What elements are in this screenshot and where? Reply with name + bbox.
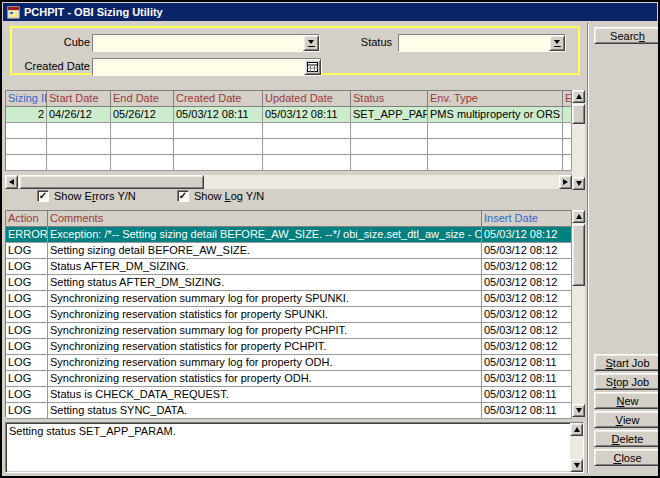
column-header-created-date[interactable]: Created Date — [174, 91, 263, 107]
cell-comments: Synchronizing reservation summary log fo… — [48, 355, 482, 371]
cell-action: LOG — [6, 243, 48, 259]
status-input[interactable] — [399, 35, 549, 51]
cell-action: LOG — [6, 275, 48, 291]
log-table-row[interactable]: LOG Setting status SYNC_DATA. 05/03/12 0… — [6, 403, 572, 419]
cell-partial — [563, 107, 572, 123]
sizing-table-row-selected[interactable]: 2 04/26/12 05/26/12 05/03/12 08:11 05/03… — [6, 107, 572, 123]
created-date-field[interactable] — [92, 58, 322, 76]
cell-insert-date: 05/03/12 08:11 — [482, 403, 572, 419]
close-button[interactable]: Close — [594, 449, 660, 466]
cell-insert-date: 05/03/12 08:12 — [482, 243, 572, 259]
cube-label: Cube — [24, 36, 90, 48]
filter-checkbox-row: ✓ Show Errors Y/N ✓ Show Log Y/N — [2, 190, 586, 205]
log-table-header: Action Comments Insert Date — [6, 211, 572, 227]
log-table-row[interactable]: LOG Synchronizing reservation summary lo… — [6, 323, 572, 339]
created-date-calendar-button[interactable] — [304, 59, 321, 75]
checkbox-box[interactable]: ✓ — [177, 190, 189, 202]
column-header-sizing-id[interactable]: Sizing ID — [6, 91, 47, 107]
sizing-table-empty-row[interactable] — [6, 139, 572, 155]
column-header-action[interactable]: Action — [6, 211, 48, 227]
sizing-table-vertical-scrollbar[interactable] — [572, 90, 585, 190]
scroll-right-button[interactable] — [559, 175, 572, 189]
scroll-down-button[interactable] — [572, 177, 585, 190]
column-header-env-type[interactable]: Env. Type — [428, 91, 563, 107]
status-dropdown-button[interactable] — [549, 35, 565, 51]
column-header-status[interactable]: Status — [351, 91, 428, 107]
cell-start-date: 04/26/12 — [47, 107, 111, 123]
cell-created-date: 05/03/12 08:11 — [174, 107, 263, 123]
show-errors-label: Show Errors Y/N — [54, 190, 136, 202]
scroll-up-button[interactable] — [572, 210, 585, 223]
status-combobox[interactable] — [398, 34, 566, 52]
delete-button[interactable]: Delete — [594, 430, 660, 447]
log-table-row[interactable]: LOG Status AFTER_DM_SIZING. 05/03/12 08:… — [6, 259, 572, 275]
cell-comments: Synchronizing reservation summary log fo… — [48, 291, 482, 307]
window-title: PCHPIT - OBI Sizing Utility — [24, 6, 163, 18]
scroll-down-button[interactable] — [572, 404, 585, 417]
column-header-end-date[interactable]: End Date — [111, 91, 174, 107]
search-criteria-panel: Cube Status Created Date — [10, 26, 580, 75]
search-button[interactable]: Search — [594, 27, 660, 44]
cell-comments: Setting status SYNC_DATA. — [48, 403, 482, 419]
created-date-label: Created Date — [12, 60, 90, 72]
column-header-start-date[interactable]: Start Date — [47, 91, 111, 107]
cell-comments: Synchronizing reservation statistics for… — [48, 307, 482, 323]
log-table-row[interactable]: LOG Setting sizing detail BEFORE_AW_SIZE… — [6, 243, 572, 259]
status-message-text: Setting status SET_APP_PARAM. — [9, 425, 567, 437]
cell-insert-date: 05/03/12 08:12 — [482, 275, 572, 291]
arrow-right-icon — [563, 179, 568, 185]
log-table-vertical-scrollbar[interactable] — [572, 210, 585, 417]
cell-insert-date: 05/03/12 08:12 — [482, 227, 572, 243]
stop-job-button[interactable]: Stop Job — [594, 373, 660, 390]
created-date-input[interactable] — [93, 59, 304, 75]
column-header-comments[interactable]: Comments — [48, 211, 482, 227]
log-table-row[interactable]: LOG Synchronizing reservation summary lo… — [6, 291, 572, 307]
column-header-insert-date[interactable]: Insert Date — [482, 211, 572, 227]
scroll-left-button[interactable] — [5, 175, 18, 189]
show-log-checkbox[interactable]: ✓ Show Log Y/N — [177, 190, 264, 202]
sizing-table: Sizing ID Start Date End Date Created Da… — [5, 90, 572, 171]
start-job-button[interactable]: Start Job — [594, 354, 660, 371]
scrollbar-thumb[interactable] — [19, 175, 204, 189]
sizing-table-empty-row[interactable] — [6, 155, 572, 171]
cell-action: LOG — [6, 371, 48, 387]
cell-sizing-id: 2 — [6, 107, 47, 123]
scrollbar-thumb[interactable] — [572, 104, 585, 124]
new-button[interactable]: New — [594, 392, 660, 409]
cube-combobox[interactable] — [92, 34, 320, 52]
sizing-table-empty-row[interactable] — [6, 123, 572, 139]
cell-action: LOG — [6, 323, 48, 339]
scrollbar-thumb[interactable] — [572, 224, 585, 286]
cell-env-type: PMS multiproperty or ORS with only i — [428, 107, 563, 123]
scroll-down-button[interactable] — [570, 459, 583, 472]
column-header-updated-date[interactable]: Updated Date — [263, 91, 351, 107]
scroll-up-button[interactable] — [572, 90, 585, 103]
column-header-partial[interactable]: E — [563, 91, 572, 107]
cell-action: LOG — [6, 307, 48, 323]
log-table-row[interactable]: LOG Synchronizing reservation statistics… — [6, 339, 572, 355]
cell-end-date: 05/26/12 — [111, 107, 174, 123]
show-errors-checkbox[interactable]: ✓ Show Errors Y/N — [37, 190, 136, 202]
checkmark-icon: ✓ — [39, 191, 47, 201]
sizing-table-header: Sizing ID Start Date End Date Created Da… — [6, 91, 572, 107]
checkbox-box[interactable]: ✓ — [37, 190, 49, 202]
log-table-row-error[interactable]: ERROR Exception: /*-- Setting sizing det… — [6, 227, 572, 243]
message-vertical-scrollbar[interactable] — [570, 423, 583, 472]
calendar-icon — [307, 62, 318, 72]
log-table-row[interactable]: LOG Synchronizing reservation statistics… — [6, 307, 572, 323]
cell-comments: Synchronizing reservation statistics for… — [48, 371, 482, 387]
scroll-up-button[interactable] — [570, 423, 583, 436]
status-message-area[interactable]: Setting status SET_APP_PARAM. — [5, 422, 584, 473]
log-table-row[interactable]: LOG Status is CHECK_DATA_REQUEST. 05/03/… — [6, 387, 572, 403]
log-table-row[interactable]: LOG Setting status AFTER_DM_SIZING. 05/0… — [6, 275, 572, 291]
cell-action: LOG — [6, 339, 48, 355]
log-table-row[interactable]: LOG Synchronizing reservation summary lo… — [6, 355, 572, 371]
cell-action: ERROR — [6, 227, 48, 243]
sizing-table-horizontal-scrollbar[interactable] — [5, 175, 572, 189]
cube-input[interactable] — [93, 35, 303, 51]
view-button[interactable]: View — [594, 411, 660, 428]
cube-dropdown-button[interactable] — [303, 35, 319, 51]
log-table-row[interactable]: LOG Synchronizing reservation statistics… — [6, 371, 572, 387]
app-icon — [7, 6, 20, 19]
arrow-down-icon — [574, 463, 580, 468]
